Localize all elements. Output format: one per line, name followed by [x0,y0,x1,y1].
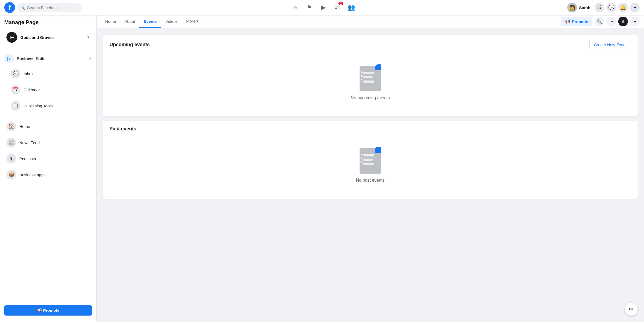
tab-videos[interactable]: Videos [161,15,182,28]
page-selector-chevron: ▼ [87,35,90,39]
home-label: Home [19,124,30,129]
past-empty-text: No past events [356,178,385,183]
tab-more[interactable]: More ▾ [182,15,203,28]
doc-line-1 [363,72,374,74]
page-layout: Manage Page ⊕ Gods and Graves ▼ ▷ Busine… [0,0,644,322]
upcoming-events-empty: No upcoming events [109,54,631,111]
promote-tab-icon: 📢 [565,19,570,24]
business-suite-label: Business Suite [17,56,46,61]
doc-dot-3 [361,79,363,80]
search-bar[interactable]: 🔍 [17,3,82,12]
news-feed-icon: 📰 [6,138,16,147]
main-content: Home About Events Videos More ▾ 📢 Promot… [97,15,644,322]
doc-lines [363,72,374,83]
groups-nav-button[interactable]: 👥 [345,1,358,14]
page-more-button[interactable]: ··· [606,17,616,26]
tab-events[interactable]: Events [139,15,161,28]
doc-line-3 [363,80,374,83]
news-feed-label: News Feed [19,140,40,145]
promote-tab-label: Promote [572,19,588,24]
sidebar-item-calendar[interactable]: 📅 Calendar [2,82,94,97]
facebook-logo[interactable]: f [4,2,15,13]
sidebar-divider-2 [0,116,96,116]
doc-dot-2 [361,75,363,77]
home-icon: 🏠 [6,122,16,131]
page-selector[interactable]: ⊕ Gods and Graves ▼ [2,29,94,46]
podcasts-icon: 🎙 [6,154,16,163]
business-suite-left: ▷ Business Suite [4,54,46,63]
business-suite-toggle[interactable]: ▷ Business Suite ∧ [0,52,96,65]
upcoming-empty-text: No upcoming events [351,96,390,100]
past-events-title: Past events [109,126,136,132]
user-name: Sarah [579,5,590,10]
past-doc-dots [361,154,363,163]
sidebar: Manage Page ⊕ Gods and Graves ▼ ▷ Busine… [0,15,97,322]
pages-nav-button[interactable]: ⚑ [303,1,316,14]
tab-actions: 📢 Promote 🔍 ··· ⊕ ▾ [561,17,640,26]
business-suite-chevron: ∧ [89,56,92,61]
user-profile-button[interactable]: 👩 Sarah [565,2,592,13]
compose-fab-button[interactable]: ✏ [625,303,638,316]
sidebar-item-publishing-tools[interactable]: 📋 Publishing Tools [2,98,94,113]
past-doc-lines [363,154,374,165]
page-icon: ⊕ [6,32,17,43]
business-suite-icon: ▷ [4,54,14,63]
sidebar-item-news-feed[interactable]: 📰 News Feed [2,135,94,150]
events-content: Upcoming events Create New Event [97,28,644,205]
account-menu-button[interactable]: ▾ [630,3,640,12]
inbox-icon: 💬 [11,69,20,78]
sidebar-item-business-apps[interactable]: 📦 Business apps [2,167,94,182]
inbox-label: Inbox [24,71,34,76]
past-doc-fold [375,147,381,153]
sidebar-item-podcasts[interactable]: 🎙 Podcasts [2,151,94,166]
apps-grid-button[interactable]: ⠿ [595,3,604,12]
podcasts-label: Podcasts [19,156,36,161]
search-icon: 🔍 [20,5,25,10]
manage-page-title: Manage Page [4,19,92,25]
page-avatar-button[interactable]: ⊕ [618,17,628,26]
marketplace-badge: 1 [338,2,343,5]
avatar: 👩 [567,3,577,12]
past-doc-line-3 [363,163,374,165]
business-apps-label: Business apps [19,173,46,177]
publishing-tools-label: Publishing Tools [24,104,53,108]
top-nav-center: ⌂ ⚑ ▶ 🛍 1 👥 [82,1,565,14]
promote-sidebar-label: 📢 Promote [37,308,59,313]
doc-dot-1 [361,71,363,73]
past-events-empty: No past events [109,136,631,193]
sidebar-item-inbox[interactable]: 💬 Inbox [2,66,94,81]
promote-tab-button[interactable]: 📢 Promote [561,17,592,26]
tab-home[interactable]: Home [101,15,120,28]
messenger-button[interactable]: 💬 [606,3,616,12]
watch-nav-button[interactable]: ▶ [317,1,330,14]
page-avatar-icon: ⊕ [621,19,625,24]
page-dropdown-button[interactable]: ▾ [630,17,640,26]
page-search-button[interactable]: 🔍 [595,17,604,26]
top-nav-left: f 🔍 [4,2,82,13]
publishing-tools-icon: 📋 [11,101,20,111]
top-nav-right: 👩 Sarah ⠿ 💬 🔔 ▾ [565,2,640,13]
sidebar-item-home[interactable]: 🏠 Home [2,119,94,134]
doc-fold [375,64,381,70]
past-events-card: Past events [103,121,638,199]
business-apps-icon: 📦 [6,170,16,180]
past-doc-dot-2 [361,158,363,159]
past-doc-dot-3 [361,161,363,163]
notifications-button[interactable]: 🔔 [618,3,628,12]
tab-about[interactable]: About [120,15,139,28]
home-nav-button[interactable]: ⌂ [289,1,302,14]
search-input[interactable] [27,5,78,10]
past-events-header: Past events [109,126,631,132]
calendar-label: Calendar [24,87,40,92]
top-navigation: f 🔍 ⌂ ⚑ ▶ 🛍 1 👥 👩 Sarah ⠿ 💬 🔔 ▾ [0,0,644,15]
doc-dots [361,71,363,80]
past-doc-dot-1 [361,154,363,155]
empty-state-icon [358,64,382,91]
marketplace-nav-button[interactable]: 🛍 1 [331,1,344,14]
page-name-label: Gods and Graves [20,35,83,40]
create-new-event-button[interactable]: Create New Event [589,40,631,49]
calendar-icon: 📅 [11,85,20,94]
doc-line-2 [363,76,373,78]
compose-fab-icon: ✏ [629,306,634,312]
promote-sidebar-button[interactable]: 📢 Promote [4,305,92,316]
